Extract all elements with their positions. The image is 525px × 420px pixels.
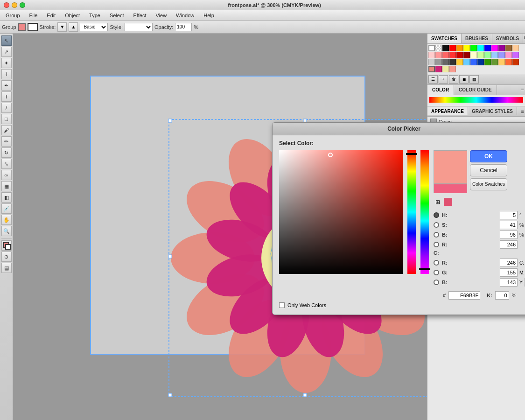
g-radio[interactable] — [434, 270, 439, 275]
swatch-pink[interactable] — [435, 52, 442, 58]
swatch-green[interactable] — [470, 45, 477, 51]
swatch-none[interactable] — [435, 45, 442, 51]
tab-color-guide[interactable]: COLOR GUIDE — [454, 85, 497, 95]
tab-graphic-styles[interactable]: GRAPHIC STYLES — [468, 107, 517, 115]
hand-tool[interactable]: ✋ — [1, 215, 12, 225]
swatch-orange[interactable] — [456, 45, 463, 51]
swatch-black[interactable] — [442, 45, 449, 51]
menu-group[interactable]: Group — [3, 12, 23, 19]
b2-input[interactable]: 143 — [500, 278, 518, 287]
menu-type[interactable]: Type — [86, 12, 103, 19]
h-input[interactable]: 5 — [500, 211, 518, 219]
fill-color-box[interactable] — [18, 23, 26, 31]
swatch-yellow[interactable] — [463, 45, 470, 51]
swatch-darkred[interactable] — [456, 52, 463, 58]
swatch-lightblue[interactable] — [463, 59, 470, 65]
small-current-swatch[interactable] — [444, 198, 452, 206]
swatch-lightorange[interactable] — [498, 59, 505, 65]
swatch-olive[interactable] — [491, 59, 498, 65]
tab-appearance[interactable]: APPEARANCE — [427, 107, 468, 115]
swatch-blue[interactable] — [484, 45, 491, 51]
b2-radio[interactable] — [434, 280, 439, 285]
fill-indicator[interactable] — [1, 240, 12, 251]
stroke-down[interactable]: ▼ — [57, 22, 67, 32]
swatch-brown[interactable] — [505, 45, 512, 51]
swatch-medgray[interactable] — [442, 59, 449, 65]
swatch-current1[interactable] — [428, 66, 435, 72]
sw-new-btn[interactable]: + — [439, 75, 448, 84]
pen-tool[interactable]: ✒ — [1, 80, 12, 91]
tab-swatches[interactable]: SWATCHES — [427, 34, 462, 43]
sw-del-btn[interactable]: 🗑 — [449, 75, 458, 84]
swatch-rust[interactable] — [512, 59, 519, 65]
r-input[interactable]: 246 — [500, 240, 518, 249]
swatch-current4[interactable] — [449, 66, 456, 72]
ok-button[interactable]: OK — [470, 150, 507, 162]
swatch-cream[interactable] — [470, 52, 477, 58]
swatch-peach[interactable] — [512, 45, 519, 51]
color-panel-menu[interactable]: ≡ — [497, 85, 525, 95]
hue-strip[interactable] — [407, 150, 416, 274]
swatch-darkgray[interactable] — [449, 59, 456, 65]
swatch-deepred[interactable] — [463, 52, 470, 58]
menu-select[interactable]: Select — [107, 12, 127, 19]
swatch-gold[interactable] — [456, 59, 463, 65]
stroke-color-box[interactable] — [28, 23, 38, 31]
swatch-purple[interactable] — [498, 45, 505, 51]
style-dropdown[interactable] — [125, 23, 153, 31]
cancel-button[interactable]: Cancel — [470, 164, 507, 176]
close-button[interactable] — [4, 2, 9, 8]
maximize-button[interactable] — [20, 2, 25, 8]
b-input[interactable]: 96 — [500, 231, 518, 239]
hex-input[interactable]: F69B8F — [448, 291, 480, 300]
menu-window[interactable]: Window — [173, 12, 197, 19]
eyedropper-tool[interactable]: 💉 — [1, 203, 12, 214]
menu-object[interactable]: Object — [62, 12, 83, 19]
type-tool[interactable]: T — [1, 91, 12, 102]
brush-tool[interactable]: 🖌 — [1, 125, 12, 135]
stroke-up[interactable]: ▲ — [69, 22, 78, 32]
swatch-lavender[interactable] — [498, 52, 505, 58]
k-input[interactable]: 0 — [495, 291, 509, 300]
r-radio[interactable] — [434, 242, 439, 247]
swatch-cyan[interactable] — [477, 45, 484, 51]
swatch-grid-icon[interactable]: ⊞ — [434, 198, 442, 206]
swatch-current2[interactable] — [435, 66, 442, 72]
only-web-colors-checkbox[interactable] — [279, 302, 285, 308]
swatch-darkgreen[interactable] — [484, 59, 491, 65]
stroke-dropdown[interactable]: Basic — [80, 23, 108, 31]
color-preview-previous[interactable] — [434, 184, 467, 193]
sw-col-btn[interactable]: ▦ — [469, 75, 479, 84]
tab-color[interactable]: COLOR — [427, 85, 454, 95]
swatch-red[interactable] — [449, 45, 456, 51]
swatch-medblue[interactable] — [470, 59, 477, 65]
swatch-hotpink[interactable] — [505, 52, 512, 58]
swatch-current3[interactable] — [442, 66, 449, 72]
menu-effect[interactable]: Effect — [131, 12, 149, 19]
blend-tool[interactable]: ∞ — [1, 170, 12, 180]
menu-help[interactable]: Help — [201, 12, 217, 19]
rotate-tool[interactable]: ↻ — [1, 147, 12, 158]
magic-wand-tool[interactable]: ✦ — [1, 58, 12, 68]
gradient-box[interactable] — [279, 150, 403, 274]
swatch-magenta[interactable] — [491, 45, 498, 51]
scale-tool[interactable]: ⤡ — [1, 159, 12, 169]
panel-menu[interactable]: ≡ — [523, 34, 525, 43]
s-radio[interactable] — [434, 222, 439, 228]
swatch-lightgray[interactable] — [428, 59, 435, 65]
canvas-area[interactable]: SWATCHES BRUSHES SYMBOLS ≡ — [13, 34, 525, 420]
s-input[interactable]: 41 — [500, 221, 518, 229]
minimize-button[interactable] — [12, 2, 17, 8]
swatch-violet[interactable] — [512, 52, 519, 58]
gradient-tool[interactable]: ◧ — [1, 192, 12, 203]
direct-selection-tool[interactable]: ↗ — [1, 47, 12, 57]
selection-tool[interactable]: ↖ — [1, 35, 12, 46]
color-swatches-button[interactable]: Color Swatches — [470, 178, 507, 190]
spectrum-strip[interactable] — [420, 150, 429, 274]
b-radio[interactable] — [434, 232, 439, 238]
swatch-white[interactable] — [428, 45, 435, 51]
swatch-gray[interactable] — [435, 59, 442, 65]
lasso-tool[interactable]: ⌇ — [1, 69, 12, 79]
sw-swatch-btn[interactable]: ◼ — [459, 75, 469, 84]
swatch-medpink[interactable] — [442, 52, 449, 58]
